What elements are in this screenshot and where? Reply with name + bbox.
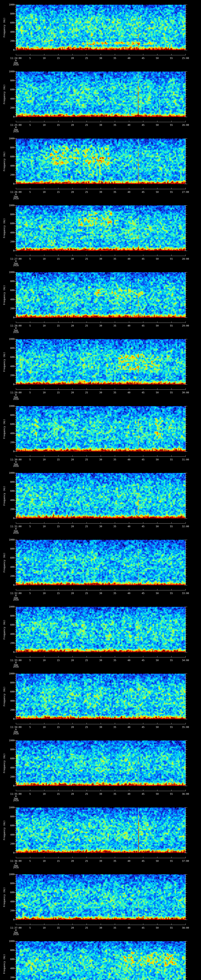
x-tick-label: 15 [57,391,60,394]
y-tick-label: 400 [0,98,14,100]
x-tick-label: 50 [156,659,159,662]
y-tick-label: 800 [0,146,14,149]
x-tick-label-end-time: 35:00 [182,726,189,728]
x-tick-label: 45 [142,726,145,728]
y-axis-title: Frequency (Hz) [3,753,6,773]
x-tick-label: 15 [57,927,60,929]
y-tick-label: 200 [0,508,14,511]
x-tick-label: 45 [142,592,145,595]
x-tick-label-end-time: 36:00 [182,793,189,795]
x-tick-label: 30 [99,258,102,260]
x-tick-label: 50 [156,325,159,327]
date-label: 8Sep2016 [13,929,19,935]
date-line: 2016 [13,666,19,668]
x-tick-label: 45 [142,793,145,795]
x-tick-label: 45 [142,860,145,862]
x-tick-label: 5 [29,258,30,260]
x-tick-label: 55 [170,57,173,59]
spectrogram-panel: Frequency (Hz)1000800600400200011:33:005… [0,602,201,669]
y-tick-label: 800 [0,547,14,550]
x-tick-label: 55 [170,592,173,595]
x-tick-label: 25 [85,592,88,595]
y-tick-label: 0 [0,517,14,519]
x-tick-label: 20 [71,726,74,728]
y-tick-label: 800 [0,615,14,617]
y-tick-label: 600 [0,222,14,224]
x-tick-label: 10 [43,124,46,126]
x-tick-label: 50 [156,57,159,59]
x-tick-label: 5 [29,458,30,461]
x-tick-label: 35 [113,793,116,795]
y-tick-label: 600 [0,891,14,894]
x-tick-label-end-time: 28:00 [182,258,189,260]
x-tick-label: 20 [71,124,74,126]
y-tick-label: 1000 [0,405,14,407]
x-tick-label: 15 [57,191,60,193]
date-line: 2016 [13,933,19,935]
date-line: 2016 [13,867,19,869]
date-label: 8Sep2016 [13,394,19,400]
y-axis-title: Frequency (Hz) [3,285,6,305]
date-label: 8Sep2016 [13,327,19,333]
date-label: 8Sep2016 [13,862,19,869]
date-line: 2016 [13,465,19,467]
y-tick-label: 0 [0,49,14,51]
x-tick-label: 50 [156,458,159,461]
x-tick-label: 20 [71,659,74,662]
x-tick-label: 5 [29,391,30,394]
x-tick-label: 10 [43,325,46,327]
x-tick-label: 20 [71,57,74,59]
x-tick-label: 45 [142,458,145,461]
x-tick-label: 20 [71,793,74,795]
x-tick-label: 25 [85,325,88,327]
x-tick-label: 50 [156,391,159,394]
y-tick-label: 800 [0,414,14,416]
x-tick-label: 35 [113,325,116,327]
x-tick-label-end-time: 38:00 [182,927,189,929]
x-tick-label: 5 [29,57,30,59]
y-tick-label: 800 [0,80,14,82]
x-tick-label: 15 [57,592,60,595]
x-tick-label: 25 [85,191,88,193]
x-tick-label: 55 [170,659,173,662]
x-tick-label-end-time: 31:00 [182,458,189,461]
x-tick-label: 15 [57,325,60,327]
spectrogram-panel: Frequency (Hz)1000800600400200011:34:005… [0,669,201,736]
x-tick-label: 15 [57,57,60,59]
y-tick-label: 0 [0,317,14,319]
x-tick-label: 10 [43,458,46,461]
y-tick-label: 0 [0,852,14,854]
y-tick-label: 1000 [0,271,14,274]
y-tick-label: 400 [0,432,14,434]
axis-ticks [0,937,201,980]
x-tick-label: 35 [113,592,116,595]
spectrogram-panel: Frequency (Hz)1000800600400200011:36:005… [0,803,201,870]
x-tick-label: 20 [71,258,74,260]
x-tick-label: 35 [113,927,116,929]
date-label: 8Sep2016 [13,461,19,467]
x-tick-label: 35 [113,659,116,662]
x-tick-label: 30 [99,592,102,595]
x-tick-label: 5 [29,325,30,327]
y-tick-label: 200 [0,776,14,778]
y-axis-title: Frequency (Hz) [3,84,6,104]
x-tick-label: 50 [156,258,159,260]
x-tick-label: 55 [170,860,173,862]
x-tick-label: 5 [29,860,30,862]
x-tick-label: 30 [99,391,102,394]
y-tick-label: 800 [0,13,14,15]
y-tick-label: 400 [0,231,14,234]
spectrogram-panel: Frequency (Hz)1000800600400200011:28:005… [0,267,201,334]
x-tick-label: 10 [43,726,46,728]
x-tick-label: 45 [142,325,145,327]
x-tick-label: 50 [156,525,159,528]
x-tick-label: 10 [43,258,46,260]
y-tick-label: 200 [0,240,14,243]
x-tick-label: 45 [142,57,145,59]
x-tick-label: 35 [113,525,116,528]
x-tick-label: 25 [85,525,88,528]
x-tick-label: 50 [156,927,159,929]
y-axis-title: Frequency (Hz) [3,18,6,37]
x-tick-label: 15 [57,726,60,728]
date-line: 2016 [13,264,19,267]
